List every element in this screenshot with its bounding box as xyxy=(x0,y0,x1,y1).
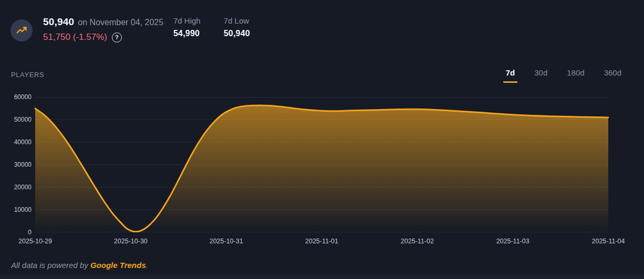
low-stat-value: 50,940 xyxy=(224,29,250,38)
range-tabs: 7d30d180d360d xyxy=(503,68,624,83)
y-tick-label: 20000 xyxy=(14,184,32,191)
high-stat-label: 7d High xyxy=(173,16,201,25)
footer-text-prefix: All data is powered by xyxy=(11,261,90,270)
bottom-divider-strip xyxy=(0,274,644,279)
x-tick-label: 2025-10-29 xyxy=(18,238,52,245)
google-trends-link[interactable]: Google Trends xyxy=(90,261,146,270)
plot-area[interactable] xyxy=(35,97,608,232)
y-tick-label: 30000 xyxy=(14,161,32,168)
help-icon[interactable]: ? xyxy=(112,33,122,42)
tab-180d[interactable]: 180d xyxy=(564,68,587,83)
delta-value: 51,750 (-1.57%) xyxy=(43,32,107,42)
x-tick-label: 2025-11-02 xyxy=(401,238,434,245)
x-tick-label: 2025-10-30 xyxy=(114,238,148,245)
player-stats-panel: 50,940 on November 04, 2025 51,750 (-1.5… xyxy=(0,0,644,279)
y-tick-label: 50000 xyxy=(14,116,32,123)
x-axis: 2025-10-292025-10-302025-10-312025-11-01… xyxy=(35,238,608,246)
area-chart xyxy=(35,97,608,232)
y-tick-label: 60000 xyxy=(14,93,32,101)
footer-text-suffix: . xyxy=(146,261,148,270)
current-date-label: on November 04, 2025 xyxy=(78,18,163,27)
x-tick-label: 2025-11-01 xyxy=(305,238,338,245)
tab-360d[interactable]: 360d xyxy=(601,68,624,83)
y-tick-label: 10000 xyxy=(14,206,32,213)
current-players-value: 50,940 xyxy=(43,16,74,28)
x-tick-label: 2025-11-03 xyxy=(496,238,529,245)
current-stats: 50,940 on November 04, 2025 51,750 (-1.5… xyxy=(43,16,173,42)
header: 50,940 on November 04, 2025 51,750 (-1.5… xyxy=(11,16,250,42)
high-stat-value: 54,990 xyxy=(173,29,201,38)
low-stat: 7d Low 50,940 xyxy=(224,16,250,38)
series-area-fill xyxy=(35,105,608,232)
y-axis: 0100002000030000400005000060000 xyxy=(0,97,32,232)
high-stat: 7d High 54,990 xyxy=(173,16,201,38)
low-stat-label: 7d Low xyxy=(224,16,250,25)
x-tick-label: 2025-11-04 xyxy=(591,238,625,245)
y-tick-label: 40000 xyxy=(14,138,32,146)
x-tick-label: 2025-10-31 xyxy=(210,238,243,245)
players-section-label: PLAYERS xyxy=(11,71,44,79)
tab-7d[interactable]: 7d xyxy=(503,68,518,83)
tab-30d[interactable]: 30d xyxy=(532,68,550,83)
trending-up-icon xyxy=(11,19,33,41)
footer-attribution: All data is powered by Google Trends. xyxy=(11,261,148,270)
chart-toolbar: PLAYERS 7d30d180d360d xyxy=(11,68,624,83)
y-tick-label: 0 xyxy=(28,229,32,236)
